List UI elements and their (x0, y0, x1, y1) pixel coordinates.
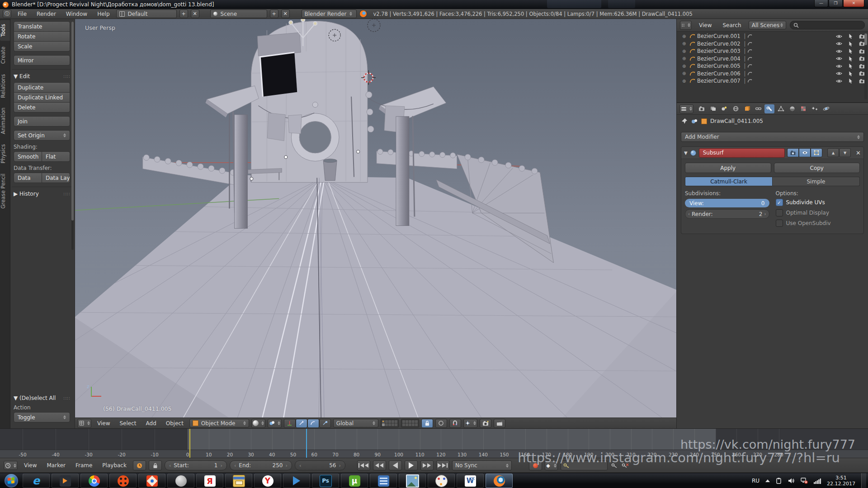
minimize-button[interactable]: — (814, 0, 828, 7)
snap-toggle[interactable] (449, 419, 461, 428)
clock[interactable]: 3:51 22.12.2017 (827, 475, 855, 487)
taskbar-icon-blender[interactable] (486, 474, 513, 488)
tab-world-icon[interactable] (731, 104, 741, 113)
taskbar-icon-film-reel[interactable] (109, 474, 137, 488)
taskbar-icon-yandex-browser[interactable]: Y (254, 474, 281, 488)
optimal-display-checkbox[interactable]: Optimal Display (776, 209, 860, 216)
end-frame-field[interactable]: ‹End:250› (230, 460, 292, 470)
selectability-arrow-icon[interactable] (848, 71, 853, 76)
modifier-view-toggle[interactable] (799, 148, 811, 157)
smooth-button[interactable]: Smooth (14, 151, 42, 162)
copy-button[interactable]: Copy (774, 163, 860, 173)
insert-keyframe-button[interactable] (610, 462, 618, 469)
scene-select[interactable]: Scene (210, 9, 267, 18)
editor-type-select[interactable] (680, 21, 692, 30)
action-select[interactable]: Toggle (14, 412, 70, 422)
pivot-point-select[interactable] (268, 419, 282, 428)
menu-file[interactable]: File (14, 11, 30, 17)
subdivide-uvs-checkbox[interactable]: ✓ Subdivide UVs (776, 199, 860, 206)
network-icon[interactable] (801, 478, 808, 484)
simple-toggle[interactable]: Simple (773, 177, 860, 186)
add-layout-button[interactable]: + (179, 9, 188, 18)
current-frame-field[interactable]: ‹56› (295, 460, 345, 470)
visibility-eye-icon[interactable] (836, 71, 842, 76)
outliner-item[interactable]: ⊕ BezierCurve.004 | (677, 55, 868, 63)
window-titlebar[interactable]: Blender* [D:\Progect Revival Night\Дораб… (0, 0, 868, 9)
delete-layout-button[interactable]: ✕ (191, 9, 199, 18)
tab-material-icon[interactable] (787, 104, 797, 113)
tab-tools[interactable]: Tools (0, 20, 10, 41)
start-button[interactable] (5, 474, 18, 488)
tab-scene-icon[interactable] (719, 104, 729, 113)
expand-icon[interactable]: ⊕ (682, 64, 688, 69)
volume-icon[interactable] (788, 478, 795, 484)
object-name-label[interactable]: BezierCurve.007 (697, 78, 741, 84)
timeline-menu-frame[interactable]: Frame (72, 462, 96, 469)
outliner-item[interactable]: ⊕ BezierCurve.001 | (677, 33, 868, 40)
outliner-menu-search[interactable]: Search (719, 22, 745, 28)
selectability-arrow-icon[interactable] (848, 33, 853, 39)
outliner-item[interactable]: ⊕ BezierCurve.005 | (677, 62, 868, 70)
taskbar-icon-faststone-viewer[interactable] (138, 474, 165, 488)
play-reverse-button[interactable] (389, 460, 402, 470)
opengl-render-anim-button[interactable] (494, 419, 505, 428)
history-panel-header[interactable]: ▶ History∷∷ (14, 191, 70, 197)
play-button[interactable] (405, 460, 418, 470)
tab-physics[interactable]: Physics (0, 140, 10, 168)
edit-panel-header[interactable]: ▼ Edit∷∷ (14, 73, 70, 80)
expand-icon[interactable]: ⊕ (682, 49, 688, 54)
taskbar-icon-mpc-player[interactable] (283, 474, 310, 488)
panel-grip-icon[interactable]: ∷∷ (63, 192, 70, 197)
mirror-button[interactable]: Mirror (14, 55, 70, 66)
taskbar-icon-word[interactable]: W (457, 474, 484, 488)
set-origin-select[interactable]: Set Origin (14, 130, 70, 141)
tab-render-layers-icon[interactable] (708, 104, 718, 113)
expand-icon[interactable]: ⊕ (682, 41, 688, 46)
viewport-shading-select[interactable] (251, 419, 265, 428)
delete-keyframe-button[interactable] (621, 462, 629, 469)
previous-keyframe-button[interactable] (373, 460, 386, 470)
object-name-label[interactable]: BezierCurve.005 (697, 63, 741, 69)
selectability-arrow-icon[interactable] (848, 78, 853, 84)
signal-bars-icon[interactable] (814, 478, 821, 484)
modifier-editmode-toggle[interactable] (811, 148, 822, 157)
start-frame-field[interactable]: ‹Start:1› (165, 460, 227, 470)
render-engine-select[interactable]: Blender Render (302, 9, 357, 18)
outliner-menu-view[interactable]: View (695, 22, 715, 28)
move-modifier-down-button[interactable]: ▼ (839, 148, 851, 157)
show-desktop-button[interactable] (861, 473, 866, 488)
taskbar-icon-chrome[interactable] (80, 474, 108, 488)
visibility-eye-icon[interactable] (836, 56, 842, 61)
next-keyframe-button[interactable] (420, 460, 434, 470)
outliner-item[interactable]: ⊕ BezierCurve.002 | (677, 40, 868, 48)
visibility-eye-icon[interactable] (836, 49, 842, 54)
tab-particles-icon[interactable] (810, 104, 820, 113)
catmull-clark-toggle[interactable]: Catmull-Clark (685, 177, 773, 186)
join-button[interactable]: Join (14, 116, 70, 127)
manipulator-scale-toggle[interactable] (319, 419, 331, 428)
tab-grease-pencil[interactable]: Grease Pencil (0, 169, 10, 213)
jump-to-start-button[interactable] (357, 460, 370, 470)
screen-layout-select[interactable]: Default (116, 9, 177, 18)
menu-render[interactable]: Render (33, 11, 60, 17)
redo-panel-header[interactable]: ▼ (De)select All∷∷ (14, 395, 70, 401)
timeline-menu-playback[interactable]: Playback (99, 462, 130, 469)
delete-modifier-button[interactable]: ✕ (856, 150, 861, 156)
snap-element-select[interactable] (463, 419, 477, 428)
manipulator-toggle[interactable] (284, 419, 296, 428)
menu-view[interactable]: View (94, 420, 113, 427)
move-modifier-up-button[interactable]: ▲ (827, 148, 839, 157)
tab-object-icon[interactable] (742, 104, 752, 113)
manipulator-rotate-toggle[interactable] (307, 419, 319, 428)
duplicate-button[interactable]: Duplicate (14, 82, 70, 93)
tray-app-icon[interactable] (776, 478, 782, 484)
expand-icon[interactable]: ⊕ (682, 71, 688, 76)
layers-grid-1[interactable] (381, 419, 399, 427)
timeline-editor[interactable]: -50-40-30-20-100102030405060708090100110… (0, 428, 868, 458)
object-data-icon[interactable] (691, 118, 698, 124)
visibility-eye-icon[interactable] (836, 79, 842, 84)
render-subdivisions-field[interactable]: ‹Render: 2› (685, 209, 769, 219)
taskbar-icon-internet-explorer[interactable]: e (23, 474, 50, 488)
object-name-label[interactable]: BezierCurve.003 (697, 48, 741, 54)
view-subdivisions-slider[interactable]: View:0 (685, 199, 769, 207)
